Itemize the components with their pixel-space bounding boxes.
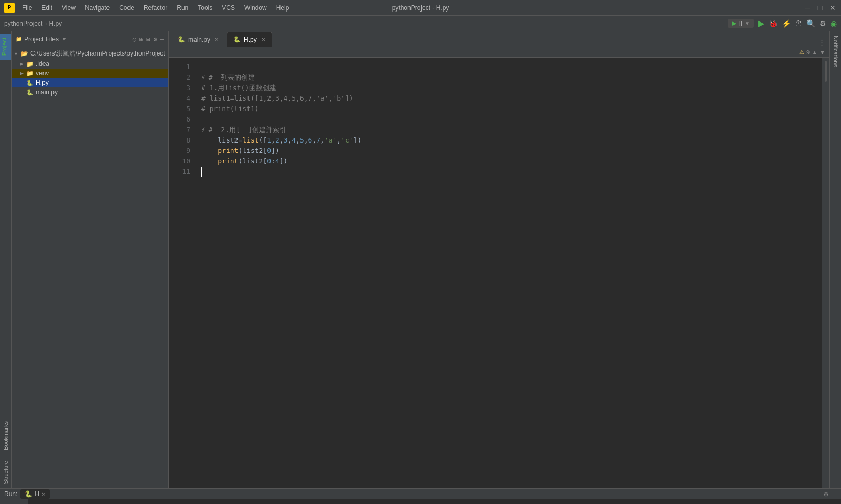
project-panel-header: 📁 Project Files ▼ ◎ ⊞ ⊟ ⚙ — <box>12 31 168 47</box>
run-tab-close[interactable]: ✕ <box>41 491 46 497</box>
menu-refactor[interactable]: Refactor <box>139 3 171 13</box>
expand-all-icon[interactable]: ⊞ <box>139 36 143 43</box>
minimize-panel-icon[interactable]: — <box>160 36 164 43</box>
collapse-all-icon[interactable]: ⊟ <box>146 36 150 43</box>
menu-file[interactable]: File <box>18 3 36 13</box>
tabs-right-actions: ⋮ <box>818 39 829 47</box>
warning-count[interactable]: 9 <box>806 49 810 56</box>
tree-item-venv[interactable]: ▶ 📁 venv <box>12 69 168 78</box>
breadcrumb-separator: › <box>45 20 47 27</box>
menu-tools[interactable]: Tools <box>193 3 217 13</box>
mainpy-file-icon: 🐍 <box>26 89 34 96</box>
run-sidebar-buttons: ▶ ■ ▲ ▼ ⇄ ↵ ⚡ 📌 🗑 <box>0 499 28 504</box>
menu-view[interactable]: View <box>58 3 80 13</box>
tree-root[interactable]: ▼ 📂 C:\Users\洪嵐浩\PycharmProjects\pythonP… <box>12 48 168 59</box>
menu-help[interactable]: Help <box>272 3 294 13</box>
hpy-file-icon: 🐍 <box>26 80 34 86</box>
console-output: C:\Users\洪嵐浩\PycharmProjects\pythonProje… <box>28 499 841 504</box>
bookmarks-panel-toggle[interactable]: Bookmarks <box>2 417 10 454</box>
run-toolbar-actions: ⚙ — <box>824 490 837 498</box>
project-panel-dropdown-icon[interactable]: ▼ <box>62 37 67 42</box>
code-line-3: # 1.用list()函数创建 <box>201 83 822 93</box>
close-button[interactable]: ✕ <box>828 4 837 12</box>
tab-mainpy-close[interactable]: ✕ <box>214 37 219 42</box>
menu-navigate[interactable]: Navigate <box>81 3 114 13</box>
folder-icon: 📁 <box>16 36 22 42</box>
code-text-area[interactable]: ⚡ # 列表的创建 # 1.用list()函数创建 # list1=list([… <box>195 58 822 488</box>
editor-scrollbar[interactable] <box>822 58 829 488</box>
warning-nav-up[interactable]: ▲ <box>812 49 817 56</box>
tree-item-hpy[interactable]: 🐍 H.py <box>12 78 168 87</box>
notifications-panel-toggle[interactable]: Notifications <box>830 31 841 71</box>
venv-folder-icon: 📁 <box>26 70 34 77</box>
run-minimize-icon[interactable]: — <box>833 490 837 498</box>
bottom-panel: Run: 🐍 H ✕ ⚙ — ▶ ■ ▲ ▼ ⇄ ↵ ⚡ 📌 🗑 C:\User… <box>0 488 841 504</box>
editor-area: 🐍 main.py ✕ 🐍 H.py ✕ ⋮ ⚠ 9 ▲ ▼ 1 2 <box>169 31 829 488</box>
code-line-1 <box>201 62 822 72</box>
project-panel-toggle[interactable]: Project <box>0 34 11 60</box>
minimize-button[interactable]: ─ <box>803 4 812 12</box>
app-logo: P <box>4 3 15 13</box>
chevron-right-icon: ▶ <box>20 71 24 76</box>
project-panel-title: Project Files <box>24 36 59 43</box>
code-line-11 <box>201 167 822 177</box>
menu-run[interactable]: Run <box>172 3 192 13</box>
window-title: pythonProject - H.py <box>392 4 449 12</box>
debug-button[interactable]: 🐞 <box>769 19 778 28</box>
breadcrumb-project[interactable]: pythonProject <box>4 20 42 27</box>
search-everywhere-button[interactable]: 🔍 <box>806 19 815 28</box>
project-file-tree: ▼ 📂 C:\Users\洪嵐浩\PycharmProjects\pythonP… <box>12 47 168 488</box>
profile-button[interactable]: ⏱ <box>795 19 802 28</box>
theme-button[interactable]: ◉ <box>831 19 837 28</box>
tree-item-mainpy[interactable]: 🐍 main.py <box>12 87 168 97</box>
breadcrumb-file: H.py <box>49 20 62 27</box>
window-controls: ─ □ ✕ <box>803 4 837 12</box>
tree-item-idea[interactable]: ▶ 📁 .idea <box>12 59 168 69</box>
tree-item-mainpy-label: main.py <box>36 89 58 96</box>
titlebar: P File Edit View Navigate Code Refactor … <box>0 0 841 16</box>
hpy-tab-icon: 🐍 <box>233 36 241 43</box>
tab-hpy[interactable]: 🐍 H.py ✕ <box>227 32 272 47</box>
root-folder-icon: 📂 <box>21 50 28 57</box>
tab-hpy-close[interactable]: ✕ <box>261 37 265 42</box>
titlebar-left: P File Edit View Navigate Code Refactor … <box>4 3 293 13</box>
code-line-5: # print(list1) <box>201 104 822 114</box>
tree-item-venv-label: venv <box>36 70 49 77</box>
run-area: ▶ ■ ▲ ▼ ⇄ ↵ ⚡ 📌 🗑 C:\Users\洪嵐浩\PycharmPr… <box>0 499 841 504</box>
scrollbar-thumb[interactable] <box>825 61 827 82</box>
tab-mainpy-label: main.py <box>188 36 210 43</box>
menu-edit[interactable]: Edit <box>37 3 57 13</box>
coverage-button[interactable]: ⚡ <box>782 19 791 28</box>
idea-folder-icon: 📁 <box>26 61 34 68</box>
run-button[interactable]: ▶ <box>758 18 764 28</box>
tabs-more-icon[interactable]: ⋮ <box>818 39 825 47</box>
menu-code[interactable]: Code <box>115 3 138 13</box>
menu-window[interactable]: Window <box>240 3 271 13</box>
code-editor[interactable]: 1 2 3 4 5 6 7 8 9 10 11 ⚡ # 列表的创建 # 1. <box>169 58 829 488</box>
code-line-2: ⚡ # 列表的创建 <box>201 72 822 83</box>
settings-button[interactable]: ⚙ <box>820 19 826 28</box>
code-line-4: # list1=list([1,2,3,4,5,6,7,'a','b']) <box>201 93 822 104</box>
warning-nav-down[interactable]: ▼ <box>820 49 825 56</box>
run-tab[interactable]: 🐍 H ✕ <box>20 489 50 499</box>
run-config-button[interactable]: ▶ H ▼ <box>728 19 754 28</box>
settings-icon[interactable]: ⚙ <box>154 36 157 43</box>
chevron-right-icon: ▶ <box>20 61 24 67</box>
tab-mainpy[interactable]: 🐍 main.py ✕ <box>171 32 225 47</box>
structure-panel-toggle[interactable]: Structure <box>2 456 10 488</box>
tree-item-hpy-label: H.py <box>36 79 49 86</box>
menu-bar: File Edit View Navigate Code Refactor Ru… <box>18 3 293 13</box>
locate-file-icon[interactable]: ◎ <box>133 36 136 43</box>
menu-vcs[interactable]: VCS <box>218 3 239 13</box>
line-numbers: 1 2 3 4 5 6 7 8 9 10 11 <box>169 58 195 488</box>
maximize-button[interactable]: □ <box>816 4 824 12</box>
left-sidebar-strip: Project Bookmarks Structure <box>0 31 12 488</box>
code-line-6 <box>201 114 822 125</box>
run-toolbar: Run: 🐍 H ✕ ⚙ — <box>0 489 841 499</box>
editor-tabs: 🐍 main.py ✕ 🐍 H.py ✕ ⋮ <box>169 31 829 47</box>
code-line-10: print(list2[0:4]) <box>201 156 822 167</box>
run-tab-label: H <box>35 490 39 498</box>
code-line-7: ⚡ # 2.用[ ]创建并索引 <box>201 125 822 135</box>
code-line-9: print(list2[0]) <box>201 146 822 156</box>
run-settings-icon[interactable]: ⚙ <box>824 490 828 498</box>
